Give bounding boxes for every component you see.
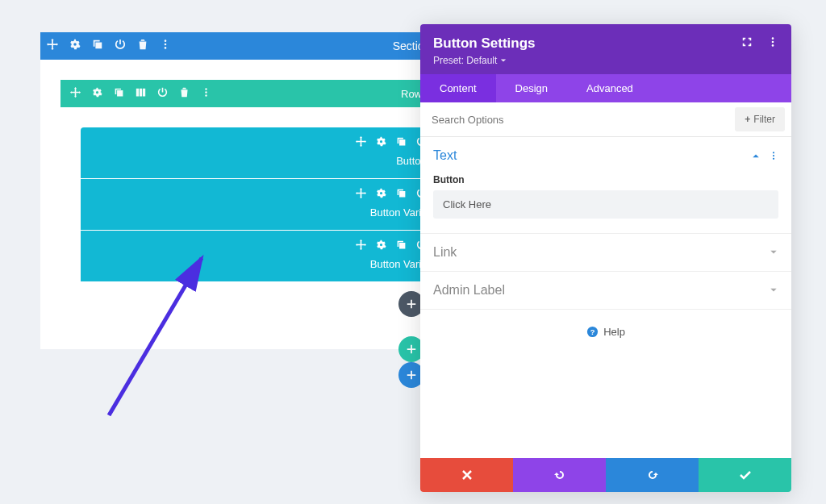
field-label-button: Button xyxy=(433,174,778,185)
accordion-link[interactable]: Link xyxy=(420,234,791,271)
accordion-admin-label[interactable]: Admin Label xyxy=(420,272,791,309)
svg-point-30 xyxy=(773,158,774,160)
move-icon[interactable] xyxy=(356,187,366,202)
tab-content[interactable]: Content xyxy=(420,74,496,102)
svg-text:?: ? xyxy=(590,328,595,336)
search-input[interactable] xyxy=(420,104,728,135)
redo-button[interactable] xyxy=(606,458,699,492)
more-icon[interactable] xyxy=(160,39,171,53)
gear-icon[interactable] xyxy=(376,187,386,202)
tab-design[interactable]: Design xyxy=(496,74,567,102)
svg-point-5 xyxy=(205,94,206,96)
gear-icon[interactable] xyxy=(69,39,81,53)
chevron-down-icon xyxy=(769,285,778,295)
duplicate-icon[interactable] xyxy=(396,187,407,202)
svg-point-26 xyxy=(772,41,774,44)
chevron-up-icon xyxy=(751,151,761,160)
gear-icon[interactable] xyxy=(376,239,386,253)
svg-point-0 xyxy=(165,40,167,42)
expand-icon[interactable] xyxy=(741,35,753,52)
filter-button[interactable]: + Filter xyxy=(735,107,785,131)
button-text-input[interactable] xyxy=(433,190,778,219)
trash-icon[interactable] xyxy=(137,39,148,53)
help-icon: ? xyxy=(586,326,599,338)
move-icon[interactable] xyxy=(356,239,366,253)
tab-advanced[interactable]: Advanced xyxy=(567,74,653,102)
svg-point-28 xyxy=(773,152,774,153)
svg-point-1 xyxy=(165,44,167,46)
power-icon[interactable] xyxy=(115,39,126,53)
power-icon[interactable] xyxy=(157,86,168,101)
panel-header[interactable]: Button Settings Preset: Default xyxy=(420,24,791,74)
accordion-text[interactable]: Text xyxy=(420,137,791,174)
chevron-down-icon xyxy=(769,248,778,257)
duplicate-icon[interactable] xyxy=(114,86,124,101)
more-icon[interactable] xyxy=(769,151,778,160)
panel-title: Button Settings xyxy=(433,35,536,52)
move-icon[interactable] xyxy=(47,39,58,53)
help-link[interactable]: ? Help xyxy=(420,310,791,354)
more-icon[interactable] xyxy=(201,86,211,101)
gear-icon[interactable] xyxy=(92,86,102,101)
cancel-button[interactable] xyxy=(420,458,513,492)
duplicate-icon[interactable] xyxy=(92,39,103,53)
svg-point-4 xyxy=(205,91,206,93)
svg-point-2 xyxy=(165,47,167,49)
panel-tabs: Content Design Advanced xyxy=(420,74,791,102)
svg-point-3 xyxy=(205,88,206,90)
svg-point-27 xyxy=(772,44,774,47)
duplicate-icon[interactable] xyxy=(396,239,407,253)
row-title: Row xyxy=(401,88,422,100)
svg-point-25 xyxy=(772,37,774,40)
settings-panel: Button Settings Preset: Default Content … xyxy=(420,24,791,492)
gear-icon[interactable] xyxy=(376,135,386,150)
save-button[interactable] xyxy=(699,458,791,492)
columns-icon[interactable] xyxy=(136,86,146,101)
more-icon[interactable] xyxy=(767,35,778,52)
trash-icon[interactable] xyxy=(179,86,190,101)
move-icon[interactable] xyxy=(356,135,366,150)
preset-selector[interactable]: Preset: Default xyxy=(433,55,778,66)
svg-point-29 xyxy=(773,155,774,156)
duplicate-icon[interactable] xyxy=(396,135,407,150)
undo-button[interactable] xyxy=(513,458,606,492)
move-icon[interactable] xyxy=(70,86,81,101)
